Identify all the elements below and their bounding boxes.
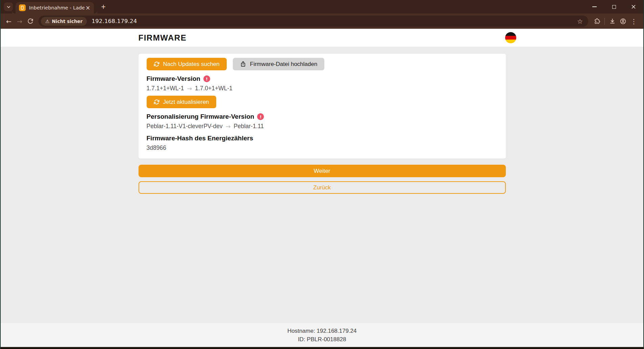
reload-icon[interactable] — [25, 16, 36, 27]
personalization-target: Peblar-1.11 — [234, 123, 264, 130]
main-area: Nach Updates suchen Firmware-Datei hochl… — [1, 47, 643, 323]
profile-avatar-icon[interactable] — [618, 16, 628, 27]
downloads-icon[interactable] — [607, 16, 618, 27]
warning-icon: ⚠ — [45, 19, 50, 24]
browser-window: Inbetriebnahme - Ladegerät × + ← → ⚠ Nic… — [0, 0, 644, 349]
forward-icon[interactable]: → — [14, 16, 25, 27]
personalization-current: Peblar-1.11-V1-cleverPV-dev — [147, 123, 223, 130]
back-button[interactable]: Zurück — [139, 181, 506, 194]
menu-kebab-icon[interactable]: ⋮ — [628, 16, 639, 27]
tab-close-icon[interactable]: × — [84, 4, 91, 11]
browser-tab[interactable]: Inbetriebnahme - Ladegerät × — [16, 2, 94, 14]
extensions-icon[interactable] — [592, 16, 602, 27]
firmware-current: 1.7.1+1+WL-1 — [147, 85, 184, 92]
page-header: FIRMWARE — [1, 29, 643, 47]
browser-toolbar: ← → ⚠ Nicht sicher 192.168.179.24 ☆ ⋮ — [1, 14, 643, 29]
tab-search-button[interactable] — [4, 2, 13, 11]
sync-icon — [154, 61, 159, 67]
alert-badge-icon: ! — [203, 75, 210, 82]
window-bottom-edge — [1, 347, 643, 349]
footer-device-id: ID: PBLR-0018828 — [1, 335, 643, 344]
upload-icon — [240, 61, 246, 67]
arrow-right-icon: → — [226, 123, 231, 130]
german-flag-icon[interactable] — [505, 32, 516, 43]
bookmark-star-icon[interactable]: ☆ — [575, 18, 585, 25]
firmware-version-value: 1.7.1+1+WL-1 → 1.7.0+1+WL-1 — [147, 85, 498, 92]
check-updates-button[interactable]: Nach Updates suchen — [147, 58, 227, 70]
firmware-target: 1.7.0+1+WL-1 — [195, 85, 232, 92]
page-footer: Hostname: 192.168.179.24 ID: PBLR-001882… — [1, 323, 643, 347]
firmware-card: Nach Updates suchen Firmware-Datei hochl… — [139, 54, 506, 159]
upload-firmware-button[interactable]: Firmware-Datei hochladen — [233, 58, 324, 70]
close-icon — [631, 4, 636, 9]
update-now-label: Jetzt aktualisieren — [163, 99, 209, 106]
peblar-favicon-icon — [19, 4, 26, 11]
minimize-button[interactable] — [589, 2, 599, 12]
address-bar[interactable]: ⚠ Nicht sicher 192.168.179.24 ☆ — [39, 16, 588, 27]
tab-title: Inbetriebnahme - Ladegerät — [29, 5, 84, 10]
web-page: FIRMWARE Nach Updates suchen Firmware-Da… — [1, 29, 643, 347]
meter-hash-value: 3d8966 — [147, 144, 498, 152]
close-window-button[interactable] — [628, 2, 639, 12]
footer-hostname: Hostname: 192.168.179.24 — [1, 327, 643, 335]
chevron-down-icon — [6, 5, 11, 9]
update-now-button[interactable]: Jetzt aktualisieren — [147, 96, 216, 108]
personalization-version-label: Personalisierung Firmware-Version ! — [147, 113, 498, 120]
meter-hash-label: Firmware-Hash des Energiezählers — [147, 135, 498, 142]
alert-badge-icon: ! — [257, 113, 264, 120]
maximize-button[interactable] — [609, 2, 619, 12]
site-security-chip[interactable]: ⚠ Nicht sicher — [41, 17, 87, 26]
window-controls — [589, 0, 639, 14]
new-tab-button[interactable]: + — [99, 2, 108, 11]
url-text[interactable]: 192.168.179.24 — [92, 18, 137, 24]
check-updates-label: Nach Updates suchen — [163, 61, 220, 68]
upload-firmware-label: Firmware-Datei hochladen — [250, 61, 317, 68]
arrow-right-icon: → — [187, 85, 192, 92]
back-icon[interactable]: ← — [3, 16, 14, 27]
firmware-version-label: Firmware-Version ! — [147, 75, 498, 83]
page-title: FIRMWARE — [139, 33, 187, 43]
next-button[interactable]: Weiter — [139, 165, 506, 177]
personalization-version-value: Peblar-1.11-V1-cleverPV-dev → Peblar-1.1… — [147, 123, 498, 130]
tab-strip: Inbetriebnahme - Ladegerät × + — [1, 0, 643, 14]
security-label: Nicht sicher — [52, 19, 83, 24]
toolbar-divider — [604, 18, 605, 25]
sync-icon — [154, 99, 159, 105]
